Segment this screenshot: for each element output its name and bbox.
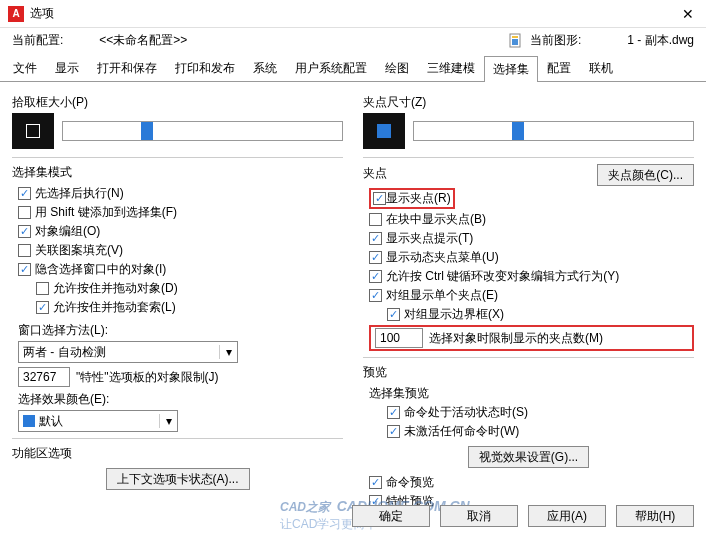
svg-rect-1 [512,36,518,38]
window-title: 选项 [30,5,678,22]
cancel-button[interactable]: 取消 [440,505,518,527]
apply-button[interactable]: 应用(A) [528,505,606,527]
check-shift-add[interactable] [18,206,31,219]
effect-color-combo[interactable]: 默认 ▾ [18,410,178,432]
tab-print[interactable]: 打印和发布 [166,55,244,81]
check-cmd-preview-label: 命令预览 [386,474,434,491]
grip-limit-label: 选择对象时限制显示的夹点数(M) [429,330,603,347]
check-implied-window[interactable] [18,263,31,276]
chevron-down-icon[interactable]: ▾ [159,414,177,428]
check-assoc-hatch-label: 关联图案填充(V) [35,242,123,259]
close-icon[interactable]: ✕ [678,6,698,22]
tab-system[interactable]: 系统 [244,55,286,81]
check-group-single-label: 对组显示单个夹点(E) [386,287,498,304]
pickbox-slider[interactable] [62,121,343,141]
check-object-group[interactable] [18,225,31,238]
current-drawing-label: 当前图形: [530,32,581,49]
tab-display[interactable]: 显示 [46,55,88,81]
check-grips-in-blocks[interactable] [369,213,382,226]
property-limit-label: "特性"选项板的对象限制(J) [76,369,219,386]
check-implied-window-label: 隐含选择窗口中的对象(I) [35,261,166,278]
check-press-drag-lasso[interactable] [36,301,49,314]
tab-3d[interactable]: 三维建模 [418,55,484,81]
check-cmd-active[interactable] [387,406,400,419]
help-button[interactable]: 帮助(H) [616,505,694,527]
effect-color-value: 默认 [39,413,159,430]
check-press-drag-label: 允许按住并拖动对象(D) [53,280,178,297]
ribbon-options-label: 功能区选项 [12,445,343,462]
check-pre-select[interactable] [18,187,31,200]
grip-preview [363,113,405,149]
selection-preview-label: 选择集预览 [369,385,694,402]
check-group-bbox[interactable] [387,308,400,321]
tab-open-save[interactable]: 打开和保存 [88,55,166,81]
tab-selection[interactable]: 选择集 [484,56,538,82]
window-method-value: 两者 - 自动检测 [19,344,219,361]
drawing-icon [508,33,524,49]
check-show-grips[interactable] [373,192,386,205]
current-drawing-value: 1 - 副本.dwg [627,32,694,49]
effect-color-label: 选择效果颜色(E): [18,391,343,408]
check-dynamic-menu-label: 显示动态夹点菜单(U) [386,249,499,266]
grips-label: 夹点 [363,165,387,182]
check-group-bbox-label: 对组显示边界框(X) [404,306,504,323]
check-group-single[interactable] [369,289,382,302]
check-dynamic-menu[interactable] [369,251,382,264]
check-ctrl-cycle-label: 允许按 Ctrl 键循环改变对象编辑方式行为(Y) [386,268,619,285]
tab-file[interactable]: 文件 [4,55,46,81]
current-profile-value: <<未命名配置>> [99,32,187,49]
visual-effect-button[interactable]: 视觉效果设置(G)... [468,446,589,468]
tab-user-pref[interactable]: 用户系统配置 [286,55,376,81]
check-press-drag-lasso-label: 允许按住并拖动套索(L) [53,299,176,316]
check-cmd-preview[interactable] [369,476,382,489]
check-object-group-label: 对象编组(O) [35,223,100,240]
tab-drafting[interactable]: 绘图 [376,55,418,81]
context-tab-state-button[interactable]: 上下文选项卡状态(A)... [106,468,250,490]
check-shift-add-label: 用 Shift 键添加到选择集(F) [35,204,177,221]
check-grips-in-blocks-label: 在块中显示夹点(B) [386,211,486,228]
svg-rect-2 [512,39,518,45]
tabs: 文件 显示 打开和保存 打印和发布 系统 用户系统配置 绘图 三维建模 选择集 … [0,55,706,82]
chevron-down-icon[interactable]: ▾ [219,345,237,359]
app-icon: A [8,6,24,22]
grip-limit-input[interactable] [375,328,423,348]
check-assoc-hatch[interactable] [18,244,31,257]
grip-size-label: 夹点尺寸(Z) [363,94,694,111]
check-cmd-active-label: 命令处于活动状态时(S) [404,404,528,421]
check-pre-select-label: 先选择后执行(N) [35,185,124,202]
check-grip-tips-label: 显示夹点提示(T) [386,230,473,247]
ok-button[interactable]: 确定 [352,505,430,527]
check-show-grips-label: 显示夹点(R) [386,190,451,207]
grip-color-button[interactable]: 夹点颜色(C)... [597,164,694,186]
pickbox-size-label: 拾取框大小(P) [12,94,343,111]
color-swatch [23,415,35,427]
preview-label: 预览 [363,364,694,381]
check-grip-tips[interactable] [369,232,382,245]
check-press-drag[interactable] [36,282,49,295]
property-limit-input[interactable] [18,367,70,387]
tab-profiles[interactable]: 配置 [538,55,580,81]
selection-mode-label: 选择集模式 [12,164,343,181]
check-ctrl-cycle[interactable] [369,270,382,283]
check-no-cmd-active[interactable] [387,425,400,438]
window-method-label: 窗口选择方法(L): [18,322,343,339]
grip-slider[interactable] [413,121,694,141]
current-profile-label: 当前配置: [12,32,63,49]
check-no-cmd-active-label: 未激活任何命令时(W) [404,423,519,440]
window-method-combo[interactable]: 两者 - 自动检测 ▾ [18,341,238,363]
pickbox-preview [12,113,54,149]
tab-online[interactable]: 联机 [580,55,622,81]
